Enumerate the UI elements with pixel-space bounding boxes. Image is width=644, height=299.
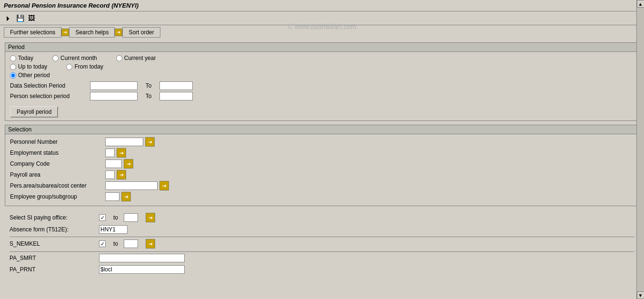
s-nemkel-row: S_NEMKEL ✓ to ➔ [10,239,634,249]
company-code-arrow-btn[interactable]: ➔ [124,159,133,169]
personnel-number-row: Personnel Number ➔ [10,137,634,147]
personnel-number-arrow-btn[interactable]: ➔ [145,137,155,147]
period-inputs: Data Selection Period To Person selectio… [10,81,634,100]
radio-current-month-input[interactable] [52,55,59,61]
pa-prnt-label: PA_PRNT [10,266,95,273]
si-paying-arrow-btn[interactable]: ➔ [146,213,155,222]
payroll-area-input[interactable] [105,170,115,179]
scroll-down-btn[interactable]: ▼ [637,291,644,299]
period-section: Period Today Current month Current year [5,42,639,121]
employee-group-row: Employee group/subgroup ➔ [10,192,634,201]
person-selection-label: Person selection period [10,93,86,100]
main-content: Period Today Current month Current year [0,40,644,281]
employment-status-label: Employment status [10,150,105,156]
data-selection-from-input[interactable] [90,81,138,90]
save-icon[interactable]: 💾 [15,13,25,23]
radio-current-year[interactable]: Current year [116,55,156,61]
data-selection-label: Data Selection Period [10,82,86,89]
person-selection-from-input[interactable] [90,92,138,100]
search-helps-arrow-icon: ➔ [115,29,122,36]
employment-status-input[interactable] [105,149,115,157]
absence-form-row: Absence form (T512E): [10,225,634,234]
execute-icon[interactable]: ⏵ [4,13,13,23]
main-toolbar: ⏵ 💾 🖼 © www.tutorialkart.com [0,11,644,25]
payroll-area-label: Payroll area [10,171,105,178]
employee-group-arrow-btn[interactable]: ➔ [121,192,131,201]
period-radio-row-2: Up to today From today [10,63,634,70]
payroll-period-button[interactable]: Payroll period [10,106,58,118]
tab-sort-order[interactable]: Sort order [122,27,160,38]
tab-search-helps[interactable]: Search helps [69,27,115,38]
data-selection-to-label: To [141,82,156,89]
person-selection-to-label: To [141,93,156,100]
radio-from-today[interactable]: From today [66,63,103,70]
scrollbar: ▲ ▼ [636,0,644,299]
selection-section: Selection Personnel Number ➔ Employment … [5,125,639,206]
company-code-label: Company Code [10,160,105,167]
employment-status-row: Employment status ➔ [10,148,634,158]
company-code-input[interactable] [105,159,122,168]
selection-section-body: Personnel Number ➔ Employment status ➔ C… [5,134,639,206]
personnel-number-input[interactable] [105,138,143,146]
further-selections-label: Further selections [10,29,55,36]
radio-other-period[interactable]: Other period [10,72,50,79]
s-nemkel-to-input[interactable] [124,239,138,248]
tab-bar: Further selections ➔ Search helps ➔ Sort… [0,25,644,40]
period-section-header: Period [5,43,639,52]
s-nemkel-to-label: to [113,240,118,247]
radio-current-year-input[interactable] [116,55,122,61]
title-bar: Personal Pension Insurance Record (NYENY… [0,0,644,11]
pa-prnt-input[interactable] [99,265,185,274]
tab-further-selections[interactable]: Further selections [4,27,61,38]
data-selection-row: Data Selection Period To [10,81,634,90]
pa-smrt-input[interactable] [99,254,185,262]
company-code-row: Company Code ➔ [10,159,634,169]
payroll-period-row: Payroll period [10,103,634,118]
pers-area-arrow-btn[interactable]: ➔ [159,181,169,190]
payroll-area-row: Payroll area ➔ [10,170,634,179]
person-selection-to-input[interactable] [159,92,193,100]
si-paying-to-label: to [113,214,118,221]
selection-section-header: Selection [5,125,639,134]
radio-other-period-input[interactable] [10,72,16,79]
payroll-area-arrow-btn[interactable]: ➔ [117,170,126,179]
si-paying-to-input[interactable] [124,213,138,222]
scroll-track[interactable] [637,8,644,291]
radio-today[interactable]: Today [10,55,33,61]
radio-up-to-today-input[interactable] [10,64,16,70]
absence-form-input[interactable] [99,225,128,234]
separator-1 [10,237,634,237]
pa-smrt-label: PA_SMRT [10,255,95,261]
s-nemkel-arrow-btn[interactable]: ➔ [146,239,155,249]
employee-group-label: Employee group/subgroup [10,193,105,200]
radio-today-input[interactable] [10,55,16,61]
pa-prnt-row: PA_PRNT [10,265,634,274]
radio-from-today-input[interactable] [66,64,72,70]
pa-smrt-row: PA_SMRT [10,254,634,262]
scroll-up-btn[interactable]: ▲ [637,0,644,8]
search-helps-label: Search helps [75,29,109,36]
si-paying-office-checkbox[interactable]: ✓ [99,214,106,221]
sort-order-label: Sort order [129,29,154,36]
si-paying-office-label: Select SI paying office: [10,214,95,221]
app-title: Personal Pension Insurance Record (NYENY… [4,2,139,9]
pers-area-input[interactable] [105,181,158,190]
pers-area-label: Pers.area/subarea/cost center [10,182,105,189]
local-layout-icon[interactable]: 🖼 [27,13,36,23]
pers-area-row: Pers.area/subarea/cost center ➔ [10,181,634,190]
employee-group-input[interactable] [105,192,119,201]
further-selections-arrow-icon: ➔ [61,29,69,36]
s-nemkel-label: S_NEMKEL [10,240,95,247]
period-radio-row-3: Other period [10,72,634,79]
s-nemkel-checkbox[interactable]: ✓ [99,240,106,247]
si-paying-office-row: Select SI paying office: ✓ to ➔ [10,213,634,222]
employment-status-arrow-btn[interactable]: ➔ [117,148,126,158]
separator-2 [10,251,634,252]
radio-up-to-today[interactable]: Up to today [10,63,47,70]
period-radio-row-1: Today Current month Current year [10,55,634,61]
data-selection-to-input[interactable] [159,81,193,90]
absence-form-label: Absence form (T512E): [10,226,95,233]
personnel-number-label: Personnel Number [10,139,105,145]
radio-current-month[interactable]: Current month [52,55,97,61]
extra-fields: Select SI paying office: ✓ to ➔ Absence … [5,210,639,279]
